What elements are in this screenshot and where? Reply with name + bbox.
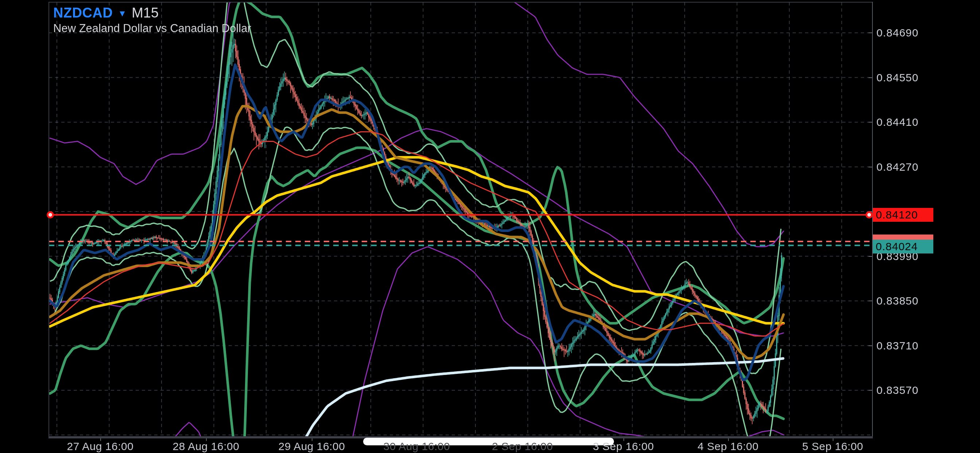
time-axis-label: 3 Sep 16:00 bbox=[593, 440, 654, 453]
time-axis-label: 30 Aug 16:00 bbox=[383, 440, 450, 453]
timeframe-button[interactable]: M15 bbox=[132, 5, 159, 21]
price-axis-tick bbox=[869, 167, 872, 167]
time-axis-label: 2 Sep 16:00 bbox=[492, 440, 553, 453]
price-axis-tick bbox=[869, 345, 872, 346]
bid-price-tag: 0.84024 bbox=[873, 239, 933, 254]
chart-left-border bbox=[48, 2, 49, 437]
chart-top-border bbox=[48, 2, 872, 3]
price-axis-label: 0.84410 bbox=[877, 116, 918, 128]
time-axis-label: 27 Aug 16:00 bbox=[67, 440, 134, 453]
time-axis-label: 5 Sep 16:00 bbox=[802, 440, 863, 453]
price-axis-label: 0.84690 bbox=[877, 27, 918, 39]
price-axis-tick bbox=[869, 256, 872, 257]
price-axis-label: 0.84270 bbox=[877, 161, 918, 173]
alert-line-right-handle[interactable] bbox=[865, 211, 873, 219]
time-axis-label: 4 Sep 16:00 bbox=[697, 440, 758, 453]
alert-price-tag[interactable]: 0.84120 bbox=[873, 208, 933, 222]
symbol-dropdown-caret-icon[interactable]: ▼ bbox=[118, 8, 127, 19]
time-axis-label: 28 Aug 16:00 bbox=[173, 440, 240, 453]
trading-app-screen: NZDCAD ▼ M15 New Zealand Dollar vs Canad… bbox=[0, 0, 980, 453]
chart-header: NZDCAD ▼ M15 bbox=[53, 5, 159, 21]
price-axis-label: 0.83850 bbox=[877, 295, 918, 307]
price-axis-tick bbox=[869, 122, 872, 123]
price-axis-label: 0.84550 bbox=[877, 72, 918, 84]
price-axis-label: 0.83570 bbox=[877, 384, 918, 396]
time-axis-label: 29 Aug 16:00 bbox=[278, 440, 345, 453]
symbol-button[interactable]: NZDCAD bbox=[53, 5, 113, 21]
price-chart-canvas[interactable] bbox=[0, 0, 980, 453]
alert-line-left-handle[interactable] bbox=[47, 211, 54, 219]
symbol-description: New Zealand Dollar vs Canadian Dollar bbox=[53, 22, 251, 35]
price-axis-tick bbox=[869, 301, 872, 301]
price-axis-tick bbox=[869, 32, 872, 33]
price-axis-tick bbox=[869, 77, 872, 78]
price-axis-label: 0.83710 bbox=[877, 340, 918, 352]
price-axis-tick bbox=[869, 390, 872, 391]
